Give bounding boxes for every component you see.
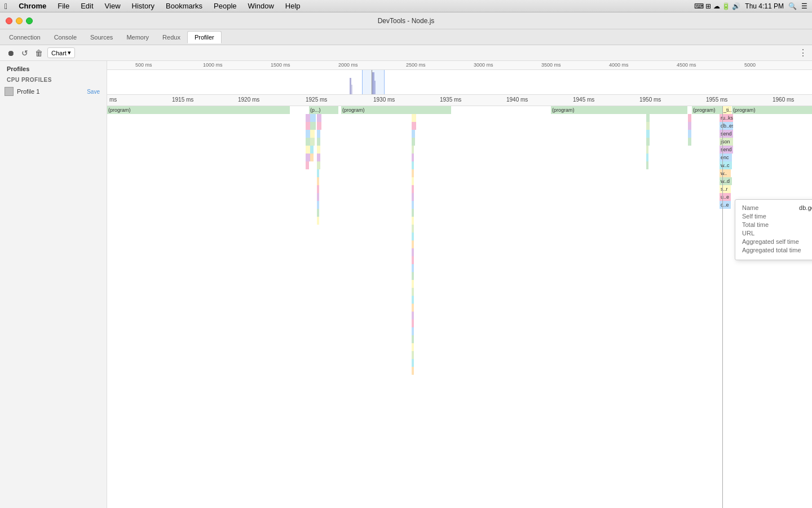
flame-w-c[interactable]: w..c xyxy=(720,161,732,169)
flame-g4[interactable] xyxy=(646,138,650,146)
flame-p3[interactable] xyxy=(688,130,691,138)
menu-people[interactable]: People xyxy=(211,1,239,11)
flame-program-4[interactable]: (program) xyxy=(732,106,812,114)
flame-ys[interactable] xyxy=(412,327,414,335)
flame-enc[interactable]: enc xyxy=(720,154,732,161)
flame-yw[interactable] xyxy=(412,359,414,367)
flame-col3-13[interactable] xyxy=(317,209,319,217)
search-icon[interactable]: 🔍 xyxy=(788,2,797,10)
flame-col3-9[interactable] xyxy=(317,177,319,185)
flame-col3-2[interactable] xyxy=(317,122,321,130)
flame-y2[interactable] xyxy=(412,122,416,130)
tab-memory[interactable]: Memory xyxy=(120,32,156,43)
flame-yq[interactable] xyxy=(412,312,414,319)
flame-yc[interactable] xyxy=(412,201,414,209)
flame-yl[interactable] xyxy=(412,272,414,280)
flame-program-3[interactable]: (program) xyxy=(692,106,722,114)
flame-y7[interactable] xyxy=(412,161,414,169)
flame-yr[interactable] xyxy=(412,319,414,327)
menu-edit[interactable]: Edit xyxy=(78,1,95,11)
close-button[interactable] xyxy=(6,17,12,24)
apple-icon[interactable]:  xyxy=(5,2,7,11)
flame-c-e[interactable]: c..e xyxy=(720,201,731,209)
flame-g3[interactable] xyxy=(646,130,650,138)
flame-y8[interactable] xyxy=(412,169,414,177)
flame-program-1[interactable]: (program) xyxy=(341,106,451,114)
flame-yg[interactable] xyxy=(412,233,414,240)
flame-g7[interactable] xyxy=(646,161,648,169)
flame-col2-3[interactable] xyxy=(310,130,315,138)
flame-ye[interactable] xyxy=(412,217,414,225)
flame-col2-1[interactable] xyxy=(310,114,316,122)
flame-col3-10[interactable] xyxy=(317,185,319,193)
flame-yn[interactable] xyxy=(412,288,414,296)
flame-yi[interactable] xyxy=(412,248,414,256)
flame-y9[interactable] xyxy=(412,177,414,185)
flame-yf[interactable] xyxy=(412,225,414,233)
flame-g6[interactable] xyxy=(646,154,648,161)
flame-yj[interactable] xyxy=(412,256,414,264)
flame-yt[interactable] xyxy=(412,335,414,343)
maximize-button[interactable] xyxy=(26,17,33,24)
flame-col2-4[interactable] xyxy=(310,138,315,146)
flame-w-d[interactable]: w..d xyxy=(720,177,732,185)
flame-col2-6[interactable] xyxy=(310,154,314,161)
flame-col2-2[interactable] xyxy=(310,122,316,130)
flame-col3-4[interactable] xyxy=(317,138,320,146)
flame-tick[interactable]: _ti...ck xyxy=(722,106,731,114)
flame-col2-5[interactable] xyxy=(310,146,314,154)
flame-y3[interactable] xyxy=(412,130,415,138)
flame-col3-12[interactable] xyxy=(317,201,319,209)
tab-console[interactable]: Console xyxy=(47,32,83,43)
flame-db-es[interactable]: db..es xyxy=(720,122,733,130)
flame-u-e[interactable]: u..e xyxy=(720,193,731,201)
flame-p4[interactable] xyxy=(688,138,691,146)
flame-program-0[interactable]: (program) xyxy=(107,106,290,114)
menu-history[interactable]: History xyxy=(130,1,157,11)
list-icon[interactable]: ☰ xyxy=(801,2,807,10)
flame-yx[interactable] xyxy=(412,367,414,375)
flame-col3-1[interactable] xyxy=(317,114,321,122)
overview-chart[interactable]: 500 ms 1000 ms 1500 ms 2000 ms 2500 ms 3… xyxy=(107,61,812,95)
flame-y1[interactable] xyxy=(412,114,416,122)
flame-send-2[interactable]: send xyxy=(720,146,733,154)
flame-p-short[interactable]: (p...) xyxy=(309,106,338,114)
flame-col3-8[interactable] xyxy=(317,169,319,177)
flame-col3-14[interactable] xyxy=(317,217,319,225)
flame-yb[interactable] xyxy=(412,193,414,201)
flame-w[interactable]: w.. xyxy=(720,169,731,177)
flame-json[interactable]: json xyxy=(720,138,733,146)
record-button[interactable]: ⏺ xyxy=(5,47,17,59)
menu-file[interactable]: File xyxy=(55,1,72,11)
flame-col3-5[interactable] xyxy=(317,146,320,154)
flame-ru-ks[interactable]: ru..ks xyxy=(720,114,733,122)
flame-yu[interactable] xyxy=(412,343,414,351)
flame-y5[interactable] xyxy=(412,146,414,154)
flame-g5[interactable] xyxy=(646,146,648,154)
minimize-button[interactable] xyxy=(16,17,23,24)
flame-yp[interactable] xyxy=(412,304,414,312)
flame-program-2[interactable]: (program) xyxy=(551,106,687,114)
menu-chrome[interactable]: Chrome xyxy=(16,1,48,11)
flame-y4[interactable] xyxy=(412,138,415,146)
flame-yv[interactable] xyxy=(412,351,414,359)
menu-window[interactable]: Window xyxy=(246,1,276,11)
flame-yh[interactable] xyxy=(412,240,414,248)
flame-y6[interactable] xyxy=(412,154,414,161)
flame-g2[interactable] xyxy=(646,122,650,130)
refresh-button[interactable]: ↺ xyxy=(19,47,30,59)
flame-s-r[interactable]: s..r xyxy=(720,185,731,193)
flame-col3-6[interactable] xyxy=(317,154,320,161)
flame-col1-6[interactable] xyxy=(306,154,310,161)
flame-yo[interactable] xyxy=(412,296,414,304)
flame-p1[interactable] xyxy=(688,114,691,122)
flame-col3-3[interactable] xyxy=(317,130,320,138)
tab-profiler[interactable]: Profiler xyxy=(187,31,222,43)
delete-button[interactable]: 🗑 xyxy=(33,47,45,59)
menu-view[interactable]: View xyxy=(103,1,123,11)
flame-g1[interactable] xyxy=(646,114,650,122)
profile-1-item[interactable]: Profile 1 Save xyxy=(0,85,107,98)
flame-col1-7[interactable] xyxy=(306,161,309,169)
tab-redux[interactable]: Redux xyxy=(156,32,187,43)
flame-ya[interactable] xyxy=(412,185,414,193)
